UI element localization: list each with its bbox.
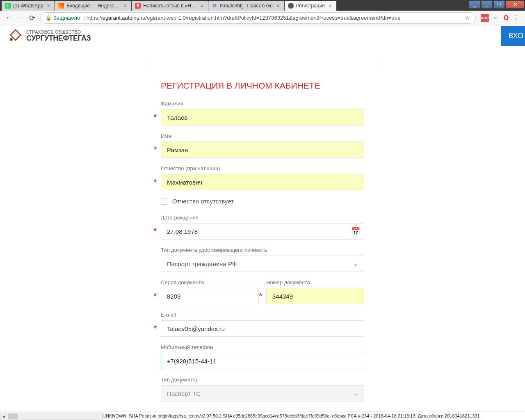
doctype-value: Паспорт гражданина РФ [167, 260, 237, 267]
doctype2-value: Паспорт ТС [167, 390, 201, 397]
required-marker: * [259, 288, 266, 304]
dob-input[interactable] [161, 223, 364, 240]
doctype2-select[interactable]: Паспорт ТС ⌄ [161, 385, 364, 402]
registration-form: РЕГИСТРАЦИЯ В ЛИЧНОМ КАБИНЕТЕ Фамилия * … [145, 65, 380, 411]
chevron-down-icon: ⌄ [353, 260, 358, 267]
browser-tab-strip: ① (1) WhatsApp × Входящие — Яндекс.По × … [0, 0, 525, 11]
field-email: E-mail * [161, 312, 364, 337]
reload-button[interactable]: ⟳ [26, 12, 38, 24]
menu-button[interactable]: ⋮ [510, 12, 522, 24]
number-input[interactable] [266, 288, 364, 304]
tab-registration[interactable]: Регистрация × [285, 1, 336, 11]
window-controls: ▁ _ ☐ ✕ [468, 0, 525, 11]
required-marker: * [153, 110, 161, 125]
required-marker: * [153, 288, 161, 304]
scroll-thumb[interactable] [8, 413, 18, 419]
calendar-icon[interactable]: 📅 [351, 227, 360, 236]
logo[interactable]: СТРАХОВОЕ ОБЩЕСТВО СУРГУТНЕФТЕГАЗ [8, 28, 91, 43]
no-patronymic-row: Отчество отсутствует [161, 198, 364, 205]
url-input[interactable]: 🔒 Защищено | https://egarant.autoins.ru/… [40, 12, 476, 24]
patronymic-label: Отчество (при наличии) [161, 165, 364, 171]
form-title: РЕГИСТРАЦИЯ В ЛИЧНОМ КАБИНЕТЕ [161, 81, 364, 91]
tab-whatsapp[interactable]: ① (1) WhatsApp × [2, 1, 55, 11]
field-dob: Дата рождения * 📅 [161, 215, 364, 240]
close-icon[interactable]: × [327, 3, 333, 9]
tab-title: (1) WhatsApp [13, 3, 43, 9]
series-input[interactable] [161, 288, 259, 304]
tab-yandex[interactable]: Входящие — Яндекс.По × [55, 1, 131, 11]
status-bar: ◄ UNKNOWN; SHA Ревизия origin/tags/rsa_t… [0, 411, 525, 420]
opera-icon[interactable]: O [502, 14, 510, 22]
field-name: Имя * [161, 133, 364, 158]
back-button[interactable]: ← [3, 12, 15, 24]
field-doctype: Тип документа удостоверяющего личность П… [161, 247, 364, 272]
url-text: https://egarant.autoins.ru/egarant-web-1… [87, 15, 463, 21]
window-maximize[interactable]: ☐ [493, 0, 505, 9]
page-content: СТРАХОВОЕ ОБЩЕСТВО СУРГУТНЕФТЕГАЗ ВХО РЕ… [0, 25, 525, 411]
field-surname: Фамилия * [161, 100, 364, 126]
field-phone: Мобильный телефон [161, 344, 364, 369]
forward-button: → [15, 12, 26, 24]
whatsapp-icon: ① [5, 3, 11, 9]
series-label: Серия документа [161, 279, 259, 285]
dob-label: Дата рождения [161, 215, 364, 221]
site-header: СТРАХОВОЕ ОБЩЕСТВО СУРГУТНЕФТЕГАЗ ВХО [0, 25, 525, 46]
close-icon[interactable]: × [46, 3, 51, 9]
logo-subtitle: СТРАХОВОЕ ОБЩЕСТВО [26, 30, 91, 34]
logo-icon [8, 28, 23, 43]
google-icon: G [212, 3, 217, 9]
field-number: Номер документа * [266, 279, 364, 304]
surname-label: Фамилия [161, 100, 364, 107]
tab-title: Регистрация [296, 3, 325, 9]
patronymic-input[interactable] [161, 174, 364, 190]
tab-title: fkmafcnhf[ - Поиск в Go [220, 3, 272, 9]
logo-title: СУРГУТНЕФТЕГАЗ [26, 34, 91, 42]
tab-review[interactable]: В Написать отзыв в «Наро × [132, 1, 208, 11]
tab-title: Написать отзыв в «Наро [143, 3, 196, 9]
name-input[interactable] [161, 142, 364, 158]
chevron-down-icon: ⌄ [353, 390, 358, 397]
email-input[interactable] [161, 320, 364, 337]
field-doctype2: Тип документа Паспорт ТС ⌄ [161, 377, 364, 402]
name-label: Имя [161, 133, 364, 139]
doctype-select[interactable]: Паспорт гражданина РФ ⌄ [161, 256, 364, 272]
tab-google[interactable]: G fkmafcnhf[ - Поиск в Go × [208, 1, 284, 11]
field-patronymic: Отчество (при наличии) * [161, 165, 364, 190]
close-icon[interactable]: × [122, 3, 128, 9]
tab-title: Входящие — Яндекс.По [66, 3, 120, 9]
required-marker: * [153, 321, 161, 336]
secure-label: Защищено [53, 15, 80, 21]
doctype2-label: Тип документа [161, 377, 364, 383]
lock-icon: 🔒 [46, 15, 52, 21]
horizontal-scrollbar[interactable]: ◄ [0, 413, 103, 420]
window-minimize-alt[interactable]: ▁ [469, 0, 480, 9]
required-marker: * [153, 142, 161, 158]
review-icon: В [135, 3, 141, 9]
scroll-left-icon[interactable]: ◄ [0, 414, 7, 419]
svg-point-1 [10, 38, 13, 41]
abp-icon[interactable]: ABP [481, 14, 489, 22]
surname-input[interactable] [161, 109, 364, 126]
address-bar: ← → ⟳ 🔒 Защищено | https://egarant.autoi… [0, 11, 525, 25]
close-icon[interactable]: × [199, 3, 205, 9]
email-label: E-mail [161, 312, 364, 318]
number-label: Номер документа [266, 279, 364, 285]
secure-indicator: 🔒 Защищено [46, 15, 80, 21]
doctype-label: Тип документа удостоверяющего личность [161, 247, 364, 253]
no-patronymic-label: Отчество отсутствует [172, 198, 234, 205]
phone-label: Мобильный телефон [161, 344, 364, 350]
youtube-icon[interactable]: ▭ [491, 14, 500, 22]
window-close[interactable]: ✕ [506, 0, 525, 9]
phone-input[interactable] [161, 353, 364, 369]
page-icon [288, 3, 294, 9]
bookmark-icon[interactable]: ☆ [465, 14, 470, 22]
window-minimize[interactable]: _ [481, 0, 493, 9]
no-patronymic-checkbox[interactable] [161, 198, 167, 205]
yandex-icon [58, 3, 64, 9]
close-icon[interactable]: × [275, 3, 281, 9]
field-series: Серия документа * [161, 279, 259, 304]
login-button[interactable]: ВХО [501, 26, 525, 46]
required-marker: * [153, 174, 161, 190]
required-marker: * [153, 224, 161, 239]
